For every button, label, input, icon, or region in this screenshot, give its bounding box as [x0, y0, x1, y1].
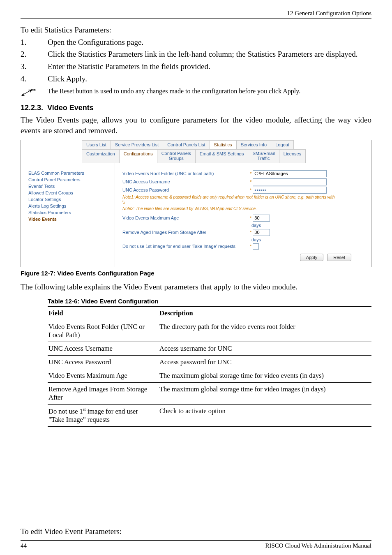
table-row: Video Events Root Folder (UNC or Local P…: [48, 320, 371, 342]
step-number: 3.: [21, 61, 48, 72]
cell-desc: Check to activate option: [159, 405, 371, 427]
cell-field: UNC Access Password: [48, 356, 159, 369]
cell-field: Video Events Maximum Age: [48, 369, 159, 383]
table-row: Do not use 1st image for end user "Take …: [48, 405, 371, 427]
config-main-pane: Video Events Root Folder (UNC or local p…: [115, 163, 371, 267]
subtab-configurations[interactable]: Configurations: [119, 149, 157, 163]
sidebar-item-allowed-event-groups[interactable]: Allowed Event Groups: [28, 190, 110, 195]
step-text: Click the Statistics Parameters link in …: [48, 49, 371, 60]
cell-desc: Access username for UNC: [159, 342, 371, 356]
reset-button[interactable]: Reset: [327, 254, 351, 261]
tab-control-panels-list[interactable]: Control Panels List: [163, 140, 210, 149]
days-label-2: days: [251, 237, 261, 242]
page-footer: 44 RISCO Cloud Web Administration Manual: [21, 540, 371, 549]
unc-password-label: UNC Access Password: [122, 187, 250, 192]
section-heading: 12.2.3. Video Events: [21, 104, 371, 112]
days-label: days: [251, 223, 261, 228]
remove-after-label: Remove Aged Images From Storage After: [122, 230, 250, 235]
max-age-input[interactable]: [253, 215, 270, 222]
figure-caption: Figure 12-7: Video Events Configuration …: [21, 270, 371, 277]
sidebar-item-video-events[interactable]: Video Events: [28, 217, 110, 222]
sidebar-item-locator-settings[interactable]: Locator Settings: [28, 197, 110, 202]
table-lead: The following table explains the Video E…: [21, 282, 371, 292]
cell-desc: The directory path for the video events …: [159, 320, 371, 342]
table-title: Table 12-6: Video Event Configuration: [48, 298, 371, 305]
step-number: 2.: [21, 49, 48, 60]
intro-text: To edit Statistics Parameters:: [21, 25, 371, 35]
note-text: The Reset button is used to undo any cha…: [48, 87, 311, 96]
subtab-customization[interactable]: Customization: [82, 149, 120, 163]
sidebar-item-statistics-parameters[interactable]: Statistics Parameters: [28, 210, 110, 215]
subtab-email-sms-settings[interactable]: Email & SMS Settings: [195, 149, 249, 163]
table-row: Remove Aged Images From Storage AfterThe…: [48, 383, 371, 405]
apply-button[interactable]: Apply: [300, 254, 324, 261]
no-1st-image-label: Do not use 1st image for end user 'Take …: [122, 244, 250, 249]
col-desc: Description: [159, 307, 371, 320]
sidebar-item-elas-common-parameters[interactable]: ELAS Common Parameters: [28, 171, 110, 176]
cell-field: Do not use 1st image for end user "Take …: [48, 405, 159, 427]
form-note2: Note2: The video files are accessed by W…: [122, 206, 364, 211]
config-sidebar: ELAS Common ParametersControl Panel Para…: [21, 163, 115, 267]
cell-field: UNC Access Username: [48, 342, 159, 356]
step-row: 4.Click Apply.: [21, 74, 371, 84]
unc-username-label: UNC Access Username: [122, 179, 250, 184]
subtab-sms-email-traffic[interactable]: SMS/EmailTraffic: [248, 149, 279, 163]
section-intro: The Video Events page, allows you to con…: [21, 115, 371, 136]
tab-logout[interactable]: Logout: [271, 140, 294, 149]
tab-service-providers-list[interactable]: Service Providers List: [111, 140, 163, 149]
remove-after-input[interactable]: [253, 229, 270, 236]
outro-text: To edit Video Event Parameters:: [21, 526, 371, 537]
step-row: 2.Click the Statistics Parameters link i…: [21, 49, 371, 60]
form-note1-line2: \\: [122, 200, 364, 205]
step-text: Enter the Statistic Parameters in the fi…: [48, 61, 371, 72]
header-rule: [21, 18, 371, 19]
subtab-control-panels-groups[interactable]: Control PanelsGroups: [157, 149, 196, 163]
cell-desc: The maximum global storage time for vide…: [159, 383, 371, 405]
table-row: UNC Access UsernameAccess username for U…: [48, 342, 371, 356]
sidebar-item-events-texts[interactable]: Events' Texts: [28, 184, 110, 189]
tab-statistics[interactable]: Statistics: [210, 140, 237, 149]
cell-desc: The maximum global storage time for vide…: [159, 369, 371, 383]
step-text: Click Apply.: [48, 74, 371, 84]
config-screenshot: Users ListService Providers ListControl …: [21, 140, 371, 267]
config-table: Field Description Video Events Root Fold…: [48, 306, 371, 427]
cell-field: Video Events Root Folder (UNC or Local P…: [48, 320, 159, 342]
doc-title: RISCO Cloud Web Administration Manual: [265, 542, 371, 549]
step-number: 1.: [21, 37, 48, 48]
step-row: 1.Open the Configurations page.: [21, 37, 371, 48]
table-row: Video Events Maximum AgeThe maximum glob…: [48, 369, 371, 383]
note-icon: [21, 87, 48, 99]
step-row: 3.Enter the Statistic Parameters in the …: [21, 61, 371, 72]
page-number: 44: [21, 542, 27, 549]
sidebar-item-alerts-log-settings[interactable]: Alerts Log Settings: [28, 204, 110, 208]
sidebar-item-control-panel-parameters[interactable]: Control Panel Parameters: [28, 177, 110, 182]
unc-password-input[interactable]: ••••••: [253, 187, 327, 194]
tab-users-list[interactable]: Users List: [82, 140, 111, 149]
subtab-licenses[interactable]: Licenses: [279, 149, 306, 163]
form-note1: Note1: Access username & password fields…: [122, 195, 364, 200]
cell-field: Remove Aged Images From Storage After: [48, 383, 159, 405]
cell-desc: Access password for UNC: [159, 356, 371, 369]
unc-username-input[interactable]: [253, 178, 327, 185]
chapter-heading: 12 General Configuration Options: [21, 10, 371, 17]
col-field: Field: [48, 307, 159, 320]
root-folder-label: Video Events Root Folder (UNC or local p…: [122, 171, 250, 176]
table-row: UNC Access PasswordAccess password for U…: [48, 356, 371, 369]
svg-point-0: [31, 89, 35, 91]
tab-services-info[interactable]: Services Info: [236, 140, 272, 149]
step-text: Open the Configurations page.: [48, 37, 371, 48]
root-folder-input[interactable]: [253, 170, 327, 177]
max-age-label: Video Events Maximum Age: [122, 215, 250, 220]
step-number: 4.: [21, 74, 48, 84]
no-1st-image-checkbox[interactable]: [253, 243, 259, 250]
